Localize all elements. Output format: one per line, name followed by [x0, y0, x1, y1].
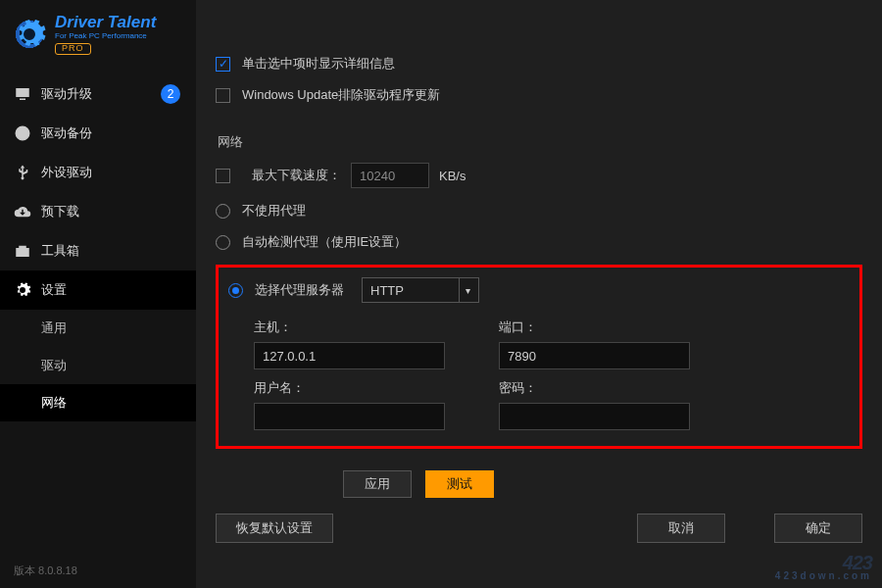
max-speed-input[interactable]: [351, 163, 429, 188]
sidebar-item-label: 设置: [41, 281, 67, 299]
radio-proxy-auto[interactable]: [216, 235, 230, 250]
app-logo: Driver Talent For Peak PC Performance PR…: [0, 0, 196, 65]
sidebar: Driver Talent For Peak PC Performance PR…: [0, 0, 196, 588]
user-label: 用户名：: [254, 379, 469, 397]
nav: 驱动升级 2 驱动备份 外设驱动 预下载 工具箱 设置 通用 驱动 网络: [0, 74, 196, 421]
max-speed-label: 最大下载速度：: [252, 167, 341, 184]
apply-button[interactable]: 应用: [343, 470, 412, 498]
logo-tagline: For Peak PC Performance: [55, 32, 156, 41]
footer-buttons: 恢复默认设置 取消 确定: [216, 514, 862, 543]
proxy-protocol-value: HTTP: [370, 283, 404, 298]
proxy-protocol-dropdown[interactable]: HTTP ▾: [362, 277, 479, 303]
sidebar-item-peripheral[interactable]: 外设驱动: [0, 153, 196, 192]
port-label: 端口：: [499, 318, 714, 336]
port-input[interactable]: [499, 342, 690, 369]
option-exclude-wu-label: Windows Update排除驱动程序更新: [242, 86, 440, 104]
restore-defaults-button[interactable]: 恢复默认设置: [216, 514, 333, 543]
test-button[interactable]: 测试: [425, 470, 494, 498]
usb-icon: [14, 164, 31, 181]
watermark: 423 423down.com: [775, 554, 872, 580]
gear-icon: [14, 281, 31, 299]
pass-input[interactable]: [499, 403, 690, 430]
host-input[interactable]: [254, 342, 445, 369]
sidebar-item-settings[interactable]: 设置: [0, 270, 196, 310]
monitor-icon: [14, 85, 31, 103]
ok-button[interactable]: 确定: [774, 514, 862, 543]
sidebar-item-backup[interactable]: 驱动备份: [0, 114, 196, 153]
host-label: 主机：: [254, 318, 469, 336]
user-input[interactable]: [254, 403, 445, 430]
sidebar-item-label: 外设驱动: [41, 164, 92, 181]
proxy-manual-label: 选择代理服务器: [255, 281, 344, 299]
toolbox-icon: [14, 242, 31, 260]
sidebar-item-label: 预下载: [41, 203, 79, 220]
radio-proxy-manual[interactable]: [228, 283, 243, 298]
max-speed-unit: KB/s: [439, 169, 466, 183]
badge-count: 2: [161, 84, 180, 104]
proxy-auto-label: 自动检测代理（使用IE设置）: [242, 233, 407, 251]
clock-icon: [14, 124, 31, 142]
logo-gear-icon: [12, 17, 47, 52]
checkbox-max-speed[interactable]: [216, 169, 230, 183]
sidebar-item-label: 驱动备份: [41, 124, 92, 142]
section-network-title: 网络: [218, 133, 862, 151]
radio-proxy-none[interactable]: [216, 204, 230, 219]
logo-edition: PRO: [55, 43, 91, 55]
pass-label: 密码：: [499, 379, 714, 397]
sidebar-item-predownload[interactable]: 预下载: [0, 192, 196, 231]
cancel-button[interactable]: 取消: [637, 514, 725, 543]
option-detail-label: 单击选中项时显示详细信息: [242, 55, 395, 73]
version-label: 版本 8.0.8.18: [0, 554, 196, 588]
sidebar-item-toolbox[interactable]: 工具箱: [0, 231, 196, 270]
sub-item-driver[interactable]: 驱动: [0, 347, 196, 384]
chevron-down-icon: ▾: [459, 278, 470, 302]
proxy-none-label: 不使用代理: [242, 202, 306, 220]
cloud-icon: [14, 203, 31, 220]
logo-title: Driver Talent: [55, 14, 156, 32]
sidebar-item-label: 工具箱: [41, 242, 79, 260]
sub-item-network[interactable]: 网络: [0, 384, 196, 421]
sidebar-item-upgrade[interactable]: 驱动升级 2: [0, 74, 196, 114]
checkbox-exclude-wu[interactable]: [216, 88, 230, 103]
sidebar-item-label: 驱动升级: [41, 85, 92, 103]
proxy-highlight: 选择代理服务器 HTTP ▾ 主机： 端口： 用户名： 密码：: [216, 265, 862, 449]
sub-item-general[interactable]: 通用: [0, 310, 196, 347]
checkbox-detail[interactable]: [216, 57, 230, 72]
main-panel: 单击选中项时显示详细信息 Windows Update排除驱动程序更新 网络 最…: [196, 0, 882, 588]
settings-subnav: 通用 驱动 网络: [0, 310, 196, 421]
